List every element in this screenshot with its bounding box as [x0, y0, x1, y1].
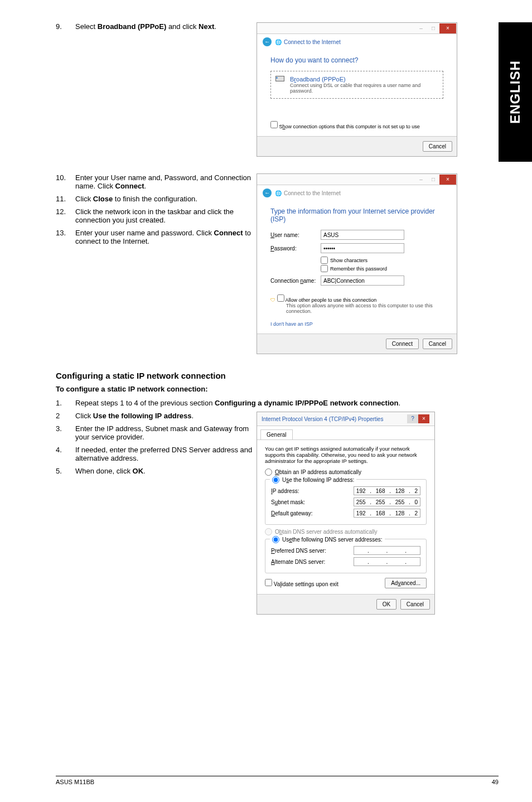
connection-name-label: Connection name: — [270, 278, 321, 284]
titlebar: – □ × — [257, 23, 457, 34]
dialog-heading: Type the information from your Internet … — [270, 207, 443, 223]
step-text: Repeat steps 1 to 4 of the previous sect… — [75, 399, 499, 407]
titlebar: – □ × — [257, 174, 457, 185]
step-num: 4. — [56, 446, 75, 462]
globe-icon: 🌐 — [275, 39, 282, 45]
step-b2: 2 Click Use the following IP address. — [56, 412, 257, 420]
step-text: Enter your User name and, Password, and … — [75, 173, 257, 190]
back-icon[interactable]: ← — [263, 37, 272, 46]
no-isp-link[interactable]: I don't have an ISP — [270, 321, 313, 327]
preferred-dns-input[interactable]: . . . — [354, 546, 420, 555]
option-title: Broadband (PPPoE) — [290, 76, 438, 83]
connect-dialog-1: – □ × ← 🌐 Connect to the Internet How do… — [257, 22, 457, 157]
globe-icon: 🌐 — [275, 190, 282, 196]
ip-address-input[interactable]: 192.168.128.2 — [354, 486, 420, 495]
modem-icon — [275, 76, 286, 84]
username-label: User name: — [270, 232, 321, 238]
step-text: Click the network icon in the taskbar an… — [75, 207, 257, 224]
alternate-dns-input[interactable]: . . . — [354, 557, 420, 566]
default-gateway-input[interactable]: 192.168.128.2 — [354, 509, 420, 518]
radio-use-ip[interactable] — [272, 476, 279, 484]
default-gateway-label: Default gateway: — [271, 510, 313, 516]
back-icon[interactable]: ← — [263, 189, 272, 197]
broadband-option[interactable]: Broadband (PPPoE) Connect using DSL or c… — [270, 71, 443, 99]
preferred-dns-label: Preferred DNS server: — [271, 548, 326, 554]
maximize-icon[interactable]: □ — [427, 23, 439, 33]
ip-address-label: IP address: — [271, 488, 299, 494]
show-characters-check[interactable]: Show characters — [321, 257, 443, 264]
show-options-check[interactable]: Show connection options that this comput… — [270, 121, 443, 129]
obtain-ip-radio[interactable]: Obtain an IP address automatically — [265, 468, 427, 476]
radio-obtain-ip[interactable] — [265, 468, 272, 476]
obtain-dns-radio: Obtain DNS server address automatically — [265, 528, 427, 535]
close-icon[interactable]: × — [418, 414, 429, 423]
validate-check[interactable]: Validate settings upon exit — [265, 579, 338, 587]
props-desc: You can get IP settings assigned automat… — [265, 446, 427, 464]
allow-others-check[interactable]: 🛡 Allow other people to use this connect… — [270, 294, 443, 314]
dialog-breadcrumb: ← 🌐 Connect to the Internet — [257, 185, 457, 201]
cancel-button[interactable]: Cancel — [400, 599, 430, 610]
step-num: 5. — [56, 467, 75, 475]
subnet-mask-input[interactable]: 255.255.255.0 — [354, 497, 420, 506]
step-text: Enter your user name and password. Click… — [75, 229, 257, 245]
use-ip-radio[interactable]: Use the following IP address: — [270, 476, 356, 484]
step-9: 9. Select Broadband (PPPoE) and click Ne… — [56, 22, 257, 157]
shield-icon: 🛡 — [270, 297, 275, 303]
radio-obtain-dns — [265, 528, 272, 535]
step-text: Click Use the following IP address. — [75, 412, 257, 420]
connect-dialog-2: – □ × ← 🌐 Connect to the Internet Type t… — [257, 173, 457, 354]
close-icon[interactable]: × — [439, 175, 456, 185]
step-b5: 5. When done, click OK. — [56, 467, 257, 475]
remember-checkbox[interactable] — [321, 265, 328, 272]
connection-name-input[interactable] — [321, 276, 404, 286]
section-heading: Configuring a static IP network connecti… — [56, 371, 499, 380]
minimize-icon[interactable]: – — [415, 175, 427, 185]
step-13: 13. Enter your user name and password. C… — [56, 229, 257, 245]
validate-checkbox[interactable] — [265, 579, 272, 586]
general-tab[interactable]: General — [260, 429, 293, 439]
password-input[interactable] — [321, 243, 404, 253]
section-subheading: To configure a static IP network connect… — [56, 385, 499, 393]
dialog-heading: How do you want to connect? — [270, 56, 443, 64]
allow-sub: This option allows anyone with access to… — [286, 303, 443, 314]
crumb-label: Connect to the Internet — [284, 190, 341, 196]
step-num: 11. — [56, 195, 75, 203]
crumb-label: Connect to the Internet — [284, 39, 341, 45]
dialog-breadcrumb: ← 🌐 Connect to the Internet — [257, 34, 457, 50]
step-num: 13. — [56, 229, 75, 245]
help-icon[interactable]: ? — [407, 414, 418, 423]
step-num: 3. — [56, 424, 75, 441]
cancel-button[interactable]: Cancel — [423, 141, 452, 152]
alternate-dns-label: Alternate DNS server: — [271, 559, 325, 565]
step-b1: 1. Repeat steps 1 to 4 of the previous s… — [56, 399, 499, 407]
footer-product: ASUS M11BB — [56, 779, 94, 785]
connect-button[interactable]: Connect — [386, 339, 419, 349]
minimize-icon[interactable]: – — [415, 23, 427, 33]
step-num: 12. — [56, 207, 75, 224]
subnet-mask-label: Subnet mask: — [271, 499, 305, 505]
page-footer: ASUS M11BB 49 — [56, 776, 499, 785]
radio-use-dns[interactable] — [272, 536, 279, 543]
step-num: 10. — [56, 173, 75, 190]
step-text: Click Close to finish the configuration. — [75, 195, 257, 203]
ok-button[interactable]: OK — [376, 599, 396, 610]
use-dns-radio[interactable]: Use the following DNS server addresses: — [270, 536, 385, 543]
show-chars-checkbox[interactable] — [321, 257, 328, 264]
allow-checkbox[interactable] — [277, 294, 284, 302]
advanced-button[interactable]: Advanced... — [385, 578, 427, 588]
username-input[interactable] — [321, 230, 404, 240]
cancel-button[interactable]: Cancel — [423, 339, 452, 349]
maximize-icon[interactable]: □ — [427, 175, 439, 185]
show-options-checkbox[interactable] — [270, 121, 278, 128]
step-text: If needed, enter the preferred DNS Serve… — [75, 446, 257, 462]
step-text-9: Select Broadband (PPPoE) and click Next. — [75, 22, 257, 31]
close-icon[interactable]: × — [439, 23, 456, 33]
step-12: 12. Click the network icon in the taskba… — [56, 207, 257, 224]
remember-password-check[interactable]: Remember this password — [321, 265, 443, 272]
props-title: Internet Protocol Version 4 (TCP/IPv4) P… — [262, 416, 383, 422]
step-11: 11. Click Close to finish the configurat… — [56, 195, 257, 203]
footer-page-number: 49 — [492, 779, 499, 785]
step-10: 10. Enter your User name and, Password, … — [56, 173, 257, 190]
step-text: Enter the IP address, Subnet mask and Ga… — [75, 424, 257, 441]
step-text: When done, click OK. — [75, 467, 257, 475]
